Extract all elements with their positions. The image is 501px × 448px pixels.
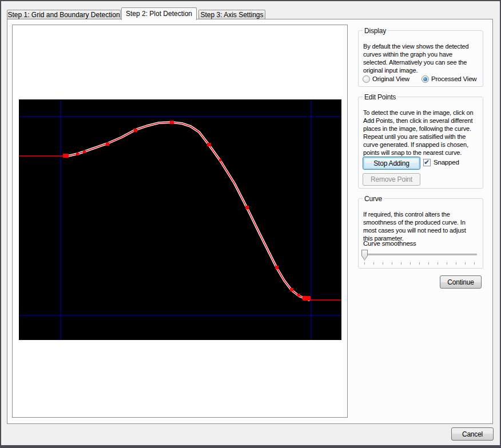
snapped-checkbox[interactable]: Snapped: [423, 158, 475, 167]
window-border-left: [0, 0, 1, 448]
tab-step3-axis-settings[interactable]: Step 3: Axis Settings: [198, 10, 265, 19]
slider-tick: [428, 262, 429, 265]
snapped-label: Snapped: [434, 159, 459, 166]
remove-point-button[interactable]: Remove Point: [363, 173, 420, 186]
slider-tick: [474, 262, 475, 265]
slider-tick: [392, 262, 392, 265]
curve-smoothness-slider-thumb[interactable]: [361, 250, 368, 261]
curve-group: Curve If required, this control alters t…: [358, 198, 483, 269]
radio-circle-icon: [422, 75, 429, 83]
slider-tick: [447, 262, 447, 265]
curve-smoothness-slider-track[interactable]: [363, 254, 477, 256]
cancel-button[interactable]: Cancel: [451, 427, 494, 441]
tab-step1-grid-boundary[interactable]: Step 1: Grid and Boundary Detection: [7, 10, 121, 19]
continue-button[interactable]: Continue: [440, 275, 482, 289]
edit-points-group: Edit Points To detect the curve in the i…: [358, 97, 483, 189]
stop-adding-button[interactable]: Stop Adding: [363, 157, 420, 170]
checkbox-icon: [423, 159, 431, 166]
processed-view-radio[interactable]: Processed View: [422, 75, 482, 84]
curve-smoothness-label: Curve smoothness: [363, 240, 416, 247]
slider-tick-marks: [364, 262, 476, 265]
dialog-window: Step 1: Grid and Boundary Detection Step…: [0, 0, 501, 448]
curve-group-title: Curve: [363, 195, 384, 203]
slider-tick: [438, 262, 438, 265]
slider-tick: [456, 262, 456, 265]
edit-points-group-text: To detect the curve in the image, click …: [363, 109, 483, 157]
tab-step2-plot-detection[interactable]: Step 2: Plot Detection: [121, 7, 197, 20]
edit-points-group-title: Edit Points: [363, 93, 397, 101]
slider-tick: [373, 262, 374, 265]
original-view-radio[interactable]: Original View: [363, 75, 417, 84]
radio-circle-icon: [363, 75, 370, 83]
slider-thumb-face: [362, 250, 367, 260]
display-group: Display By default the view shows the de…: [358, 30, 483, 87]
processed-view-label: Processed View: [431, 75, 476, 82]
plot-detection-image[interactable]: [19, 99, 341, 340]
display-group-title: Display: [363, 27, 388, 35]
slider-tick: [465, 262, 466, 265]
slider-tick: [401, 262, 401, 265]
window-border-top: [0, 0, 501, 1]
curve-group-text: If required, this control alters the smo…: [363, 210, 483, 242]
slider-tick: [364, 262, 365, 265]
original-view-label: Original View: [372, 75, 409, 82]
slider-tick: [410, 262, 411, 265]
slider-tick: [383, 262, 383, 265]
display-group-text: By default the view shows the detected c…: [363, 42, 483, 74]
window-border-bottom: [0, 445, 501, 448]
slider-tick: [419, 262, 420, 265]
